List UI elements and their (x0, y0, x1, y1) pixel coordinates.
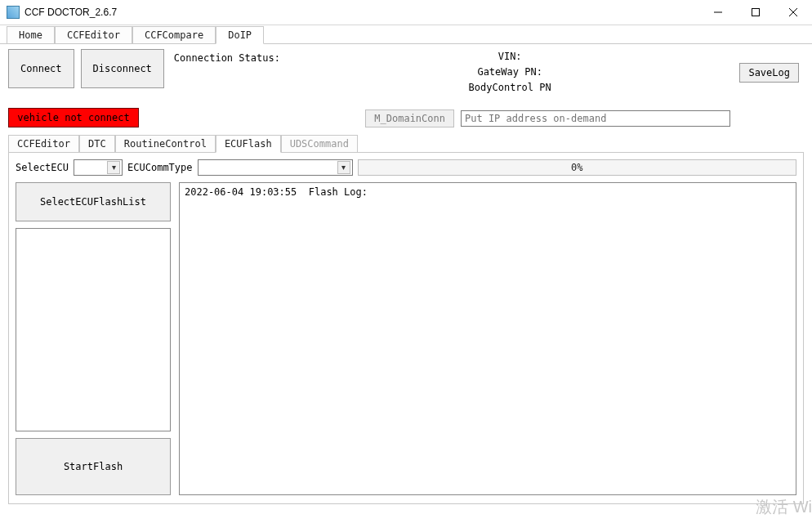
window-title: CCF DOCTOR_2.6.7 (25, 7, 117, 18)
ecu-comm-type-label: ECUCommType (127, 162, 192, 173)
m-domainconn-button[interactable]: M_DomainConn (365, 110, 454, 127)
chevron-down-icon: ▾ (337, 161, 350, 174)
app-icon (7, 6, 20, 19)
subtab-udscommand[interactable]: UDSCommand (281, 135, 358, 152)
subtab-routinecontrol[interactable]: RoutineControl (115, 135, 216, 152)
doip-panel: Connect Disconnect Connection Status: VI… (0, 44, 812, 509)
tab-ccfcompare[interactable]: CCFCompare (132, 26, 216, 43)
disconnect-button[interactable]: Disconnect (81, 49, 164, 88)
select-ecu-label: SelectECU (16, 162, 69, 173)
savelog-button[interactable]: SaveLog (739, 63, 799, 83)
flash-log-output[interactable]: 2022-06-04 19:03:55 Flash Log: (179, 182, 796, 495)
tab-home[interactable]: Home (7, 26, 55, 43)
chevron-down-icon: ▾ (107, 161, 120, 174)
main-tab-bar: Home CCFEditor CCFCompare DoIP (0, 25, 812, 44)
select-ecu-flash-list-button[interactable]: SelectECUFlashList (16, 182, 171, 221)
maximize-button[interactable] (737, 0, 774, 25)
subtab-dtc[interactable]: DTC (79, 135, 115, 152)
select-ecu-combo[interactable]: ▾ (74, 159, 123, 176)
tab-doip[interactable]: DoIP (216, 26, 264, 44)
bodycontrol-pn-label: BodyControl PN (280, 80, 740, 96)
minimize-button[interactable] (699, 0, 737, 25)
subtab-ecuflash[interactable]: ECUFlash (216, 135, 281, 153)
window-controls (699, 0, 812, 25)
ecuflash-panel: SelectECU ▾ ECUCommType ▾ 0% SelectECUFl… (8, 153, 804, 504)
flash-progress-bar: 0% (358, 159, 796, 176)
progress-text: 0% (571, 162, 582, 173)
ecu-comm-type-combo[interactable]: ▾ (198, 159, 353, 176)
maximize-icon (752, 8, 760, 16)
tab-ccfeditor[interactable]: CCFEditor (55, 26, 132, 43)
ecu-flash-list[interactable] (16, 228, 171, 431)
sub-tab-bar: CCFEditor DTC RoutineControl ECUFlash UD… (8, 136, 804, 153)
ip-address-input[interactable] (461, 110, 730, 127)
minimize-icon (714, 8, 722, 16)
connect-button[interactable]: Connect (8, 49, 74, 88)
start-flash-button[interactable]: StartFlash (16, 438, 171, 495)
titlebar: CCF DOCTOR_2.6.7 (0, 0, 812, 25)
close-icon (789, 8, 797, 16)
vehicle-not-connect-banner: vehicle not connect (8, 108, 139, 127)
subtab-ccfeditor[interactable]: CCFEditor (8, 135, 79, 152)
svg-rect-1 (752, 9, 760, 16)
gateway-pn-label: GateWay PN: (280, 65, 740, 80)
connection-status-label: Connection Status: (174, 52, 280, 64)
close-button[interactable] (774, 0, 812, 25)
vin-label: VIN: (280, 49, 740, 65)
